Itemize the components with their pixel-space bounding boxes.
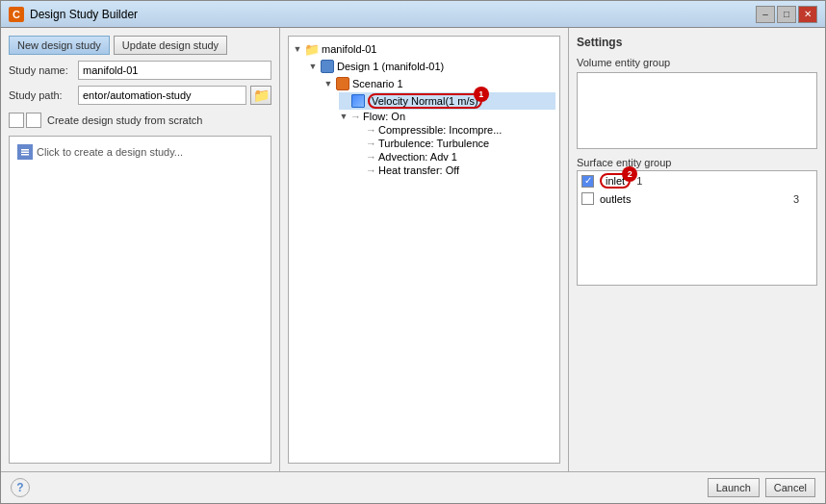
expand-icon-manifold: ▼: [293, 44, 302, 54]
window-title: Design Study Builder: [30, 8, 756, 21]
arrow-icon-comp: →: [366, 124, 376, 136]
inlet-num: 1: [636, 175, 656, 187]
study-name-input[interactable]: [78, 61, 271, 80]
arrow-icon-adv: →: [366, 151, 376, 163]
minimize-button[interactable]: –: [756, 6, 775, 23]
tree-label-advection: Advection: Adv 1: [378, 151, 457, 163]
cancel-button[interactable]: Cancel: [765, 478, 815, 497]
expand-spacer-turb: [354, 139, 364, 148]
design-study-list[interactable]: Click to create a design study...: [9, 136, 271, 464]
scratch-row: Create design study from scratch: [9, 111, 271, 130]
inlet-highlight-box: inlet 2: [600, 173, 631, 189]
outlets-num: 3: [793, 193, 813, 205]
placeholder-item: Click to create a design study...: [13, 140, 267, 164]
tree-label-turbulence: Turbulence: Turbulence: [378, 138, 489, 149]
expand-spacer-comp: [354, 125, 364, 135]
velocity-icon: [350, 93, 366, 109]
volume-entity-label: Volume entity group: [577, 57, 817, 68]
inlet-checkbox[interactable]: [581, 175, 594, 188]
outlets-checkbox[interactable]: [581, 192, 594, 205]
tree-container[interactable]: ▼ 📁 manifold-01 ▼ Design 1 (manifold-01)…: [288, 36, 560, 464]
tree-label-scenario1: Scenario 1: [352, 78, 403, 89]
tree-row-manifold[interactable]: ▼ 📁 manifold-01: [293, 40, 555, 58]
tree-row-heat[interactable]: → Heat transfer: Off: [354, 164, 555, 177]
tree-label-flow: Flow: On: [363, 111, 405, 122]
new-design-study-button[interactable]: New design study: [9, 36, 110, 55]
expand-icon-scenario1: ▼: [323, 79, 333, 88]
close-button[interactable]: ✕: [798, 6, 817, 23]
scenario-icon: [335, 76, 350, 91]
help-button[interactable]: ?: [11, 478, 30, 497]
surface-entity-section: Surface entity group inlet 2 1: [577, 157, 817, 286]
main-content: New design study Update design study Stu…: [1, 28, 825, 471]
title-bar: C Design Study Builder – □ ✕: [1, 1, 825, 28]
tree-label-design1: Design 1 (manifold-01): [337, 61, 444, 72]
app-icon: C: [9, 7, 24, 22]
expand-spacer-adv: [354, 152, 364, 162]
expand-icon-velocity: [339, 96, 348, 106]
scratch-checkboxes: [9, 113, 41, 128]
expand-spacer-heat: [354, 165, 364, 175]
volume-entity-box[interactable]: [577, 72, 817, 149]
launch-button[interactable]: Launch: [708, 478, 760, 497]
tree-row-velocity[interactable]: Velocity Normal(1 m/s) 1: [339, 92, 555, 110]
maximize-button[interactable]: □: [777, 6, 796, 23]
expand-icon-flow: ▼: [339, 112, 348, 121]
tree-row-advection[interactable]: → Advection: Adv 1: [354, 150, 555, 164]
design-icon: [320, 59, 335, 74]
scratch-checkbox-2[interactable]: [26, 113, 41, 128]
velocity-highlight-box: Velocity Normal(1 m/s) 1: [368, 93, 482, 109]
tree-label-manifold: manifold-01: [322, 43, 376, 55]
right-panel: Settings Volume entity group Surface ent…: [569, 28, 825, 471]
annotation-1: 1: [474, 87, 489, 102]
arrow-icon-flow: →: [350, 111, 361, 122]
study-path-input[interactable]: [78, 86, 246, 105]
study-path-label: Study path:: [9, 89, 74, 101]
left-panel: New design study Update design study Stu…: [1, 28, 280, 471]
placeholder-text: Click to create a design study...: [37, 146, 183, 158]
settings-title: Settings: [577, 36, 817, 49]
expand-icon-design1: ▼: [308, 62, 318, 71]
arrow-icon-turb: →: [366, 138, 376, 149]
tree-row-turbulence[interactable]: → Turbulence: Turbulence: [354, 137, 555, 150]
middle-panel: ▼ 📁 manifold-01 ▼ Design 1 (manifold-01)…: [280, 28, 569, 471]
annotation-2: 2: [622, 166, 637, 182]
arrow-icon-heat: →: [366, 164, 376, 176]
tree-label-heat: Heat transfer: Off: [378, 164, 459, 176]
tree-row-compressible[interactable]: → Compressible: Incompre...: [354, 123, 555, 137]
window-controls: – □ ✕: [756, 6, 817, 23]
update-design-study-button[interactable]: Update design study: [114, 36, 227, 55]
surface-row-inlet[interactable]: inlet 2 1: [578, 171, 816, 190]
list-icon: [17, 144, 33, 160]
tree-label-velocity: Velocity Normal(1 m/s): [372, 95, 478, 107]
scratch-label: Create design study from scratch: [47, 114, 202, 126]
main-window: C Design Study Builder – □ ✕ New design …: [0, 0, 826, 504]
study-path-row: Study path: 📁: [9, 86, 271, 105]
study-name-label: Study name:: [9, 64, 74, 76]
folder-icon: 📁: [304, 41, 320, 57]
bottom-buttons: Launch Cancel: [708, 478, 815, 497]
surface-row-outlets[interactable]: outlets 3: [578, 190, 816, 207]
study-name-row: Study name:: [9, 61, 271, 80]
outlets-name: outlets: [600, 193, 787, 205]
svg-rect-1: [21, 152, 29, 154]
browse-folder-button[interactable]: 📁: [250, 86, 271, 105]
tree-label-compressible: Compressible: Incompre...: [378, 124, 502, 136]
scratch-checkbox-1[interactable]: [9, 113, 24, 128]
surface-entity-box[interactable]: inlet 2 1 outlets 3: [577, 170, 817, 286]
bottom-bar: ? Launch Cancel: [1, 471, 825, 503]
svg-rect-2: [21, 154, 29, 156]
tree-row-scenario1[interactable]: ▼ Scenario 1: [323, 75, 555, 92]
surface-entity-label: Surface entity group: [577, 157, 817, 168]
top-buttons: New design study Update design study: [9, 36, 271, 55]
tree-row-design1[interactable]: ▼ Design 1 (manifold-01): [308, 58, 555, 75]
svg-rect-0: [21, 149, 29, 151]
tree-row-flow[interactable]: ▼ → Flow: On: [339, 110, 555, 123]
